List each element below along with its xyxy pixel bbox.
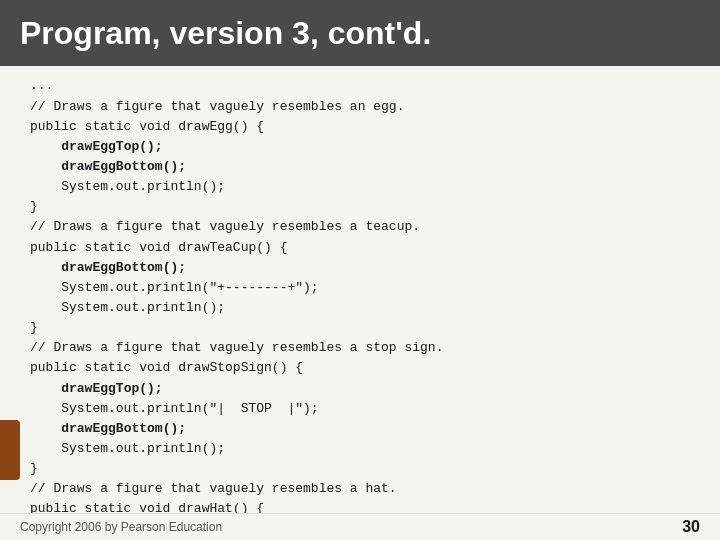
code-line: } [30, 197, 690, 217]
content-area: ...// Draws a figure that vaguely resemb… [0, 66, 720, 513]
code-line: // Draws a figure that vaguely resembles… [30, 217, 690, 237]
code-line: System.out.println("+--------+"); [30, 278, 690, 298]
code-line: // Draws a figure that vaguely resembles… [30, 479, 690, 499]
page-number: 30 [682, 518, 700, 536]
code-line: public static void drawTeaCup() { [30, 238, 690, 258]
left-tab [0, 420, 20, 480]
code-line: public static void drawHat() { [30, 499, 690, 513]
code-line: drawEggTop(); [30, 137, 690, 157]
code-line: System.out.println(); [30, 177, 690, 197]
copyright-text: Copyright 2006 by Pearson Education [20, 520, 222, 534]
code-line: System.out.println(); [30, 439, 690, 459]
code-line: drawEggBottom(); [30, 258, 690, 278]
code-line: // Draws a figure that vaguely resembles… [30, 97, 690, 117]
code-line: drawEggBottom(); [30, 157, 690, 177]
code-line: drawEggBottom(); [30, 419, 690, 439]
code-line: public static void drawEgg() { [30, 117, 690, 137]
slide-title: Program, version 3, cont'd. [0, 0, 720, 66]
code-line: // Draws a figure that vaguely resembles… [30, 338, 690, 358]
footer: Copyright 2006 by Pearson Education 30 [0, 513, 720, 540]
code-line: drawEggTop(); [30, 379, 690, 399]
code-line: System.out.println(); [30, 298, 690, 318]
slide-container: Program, version 3, cont'd. ...// Draws … [0, 0, 720, 540]
code-line: } [30, 318, 690, 338]
code-line: public static void drawStopSign() { [30, 358, 690, 378]
code-block: ...// Draws a figure that vaguely resemb… [30, 76, 690, 513]
code-line: System.out.println("| STOP |"); [30, 399, 690, 419]
code-line: } [30, 459, 690, 479]
code-line: ... [30, 76, 690, 96]
